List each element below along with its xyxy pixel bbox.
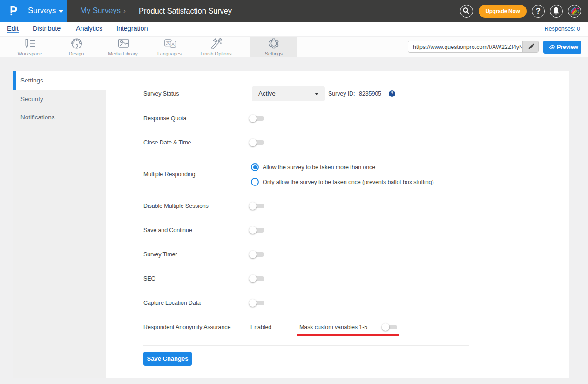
svg-text:A: A — [172, 42, 175, 47]
svg-text:文: 文 — [166, 41, 170, 45]
